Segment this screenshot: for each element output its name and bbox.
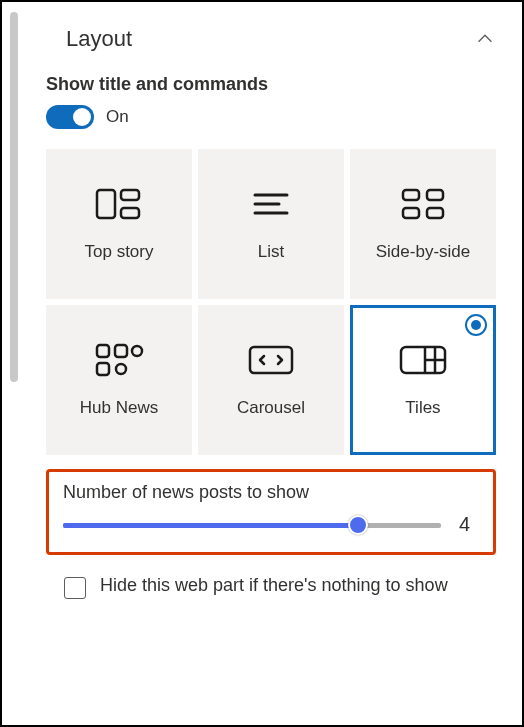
- layout-option-side-by-side[interactable]: Side-by-side: [350, 149, 496, 299]
- svg-rect-6: [403, 190, 419, 200]
- layout-option-list[interactable]: List: [198, 149, 344, 299]
- hub-news-icon: [91, 342, 147, 378]
- carousel-icon: [243, 342, 299, 378]
- layout-label: Side-by-side: [376, 242, 471, 262]
- hide-empty-checkbox[interactable]: [64, 577, 86, 599]
- layout-label: List: [258, 242, 284, 262]
- chevron-up-icon: [474, 28, 496, 50]
- show-title-toggle[interactable]: [46, 105, 94, 129]
- layout-panel: Layout Show title and commands On Top st…: [30, 6, 512, 615]
- svg-rect-13: [97, 363, 109, 375]
- svg-rect-8: [403, 208, 419, 218]
- layout-label: Top story: [85, 242, 154, 262]
- svg-point-12: [132, 346, 142, 356]
- top-story-icon: [91, 186, 147, 222]
- toggle-heading: Show title and commands: [46, 74, 496, 95]
- svg-rect-2: [121, 208, 139, 218]
- hide-empty-row: Hide this web part if there's nothing to…: [46, 573, 496, 599]
- layout-option-carousel[interactable]: Carousel: [198, 305, 344, 455]
- slider-thumb[interactable]: [348, 515, 368, 535]
- slider-value: 4: [459, 513, 479, 536]
- layout-option-hub-news[interactable]: Hub News: [46, 305, 192, 455]
- toggle-state-label: On: [106, 107, 129, 127]
- layout-option-tiles[interactable]: Tiles: [350, 305, 496, 455]
- layout-label: Carousel: [237, 398, 305, 418]
- slider-label: Number of news posts to show: [63, 482, 479, 503]
- toggle-row: On: [46, 105, 496, 129]
- svg-point-14: [116, 364, 126, 374]
- section-title: Layout: [66, 26, 132, 52]
- toggle-knob: [73, 108, 91, 126]
- scrollbar-thumb[interactable]: [10, 12, 18, 382]
- svg-rect-10: [97, 345, 109, 357]
- side-by-side-icon: [395, 186, 451, 222]
- svg-rect-7: [427, 190, 443, 200]
- selected-radio-icon: [465, 314, 487, 336]
- svg-rect-1: [121, 190, 139, 200]
- svg-rect-9: [427, 208, 443, 218]
- posts-count-section: Number of news posts to show 4: [46, 469, 496, 555]
- svg-rect-0: [97, 190, 115, 218]
- slider-row: 4: [63, 513, 479, 536]
- layout-label: Tiles: [405, 398, 440, 418]
- slider-fill: [63, 523, 358, 528]
- svg-rect-11: [115, 345, 127, 357]
- hide-empty-label: Hide this web part if there's nothing to…: [100, 573, 448, 598]
- list-icon: [243, 186, 299, 222]
- tiles-icon: [395, 342, 451, 378]
- posts-count-slider[interactable]: [63, 515, 441, 535]
- svg-rect-15: [250, 347, 292, 373]
- layout-option-top-story[interactable]: Top story: [46, 149, 192, 299]
- section-header[interactable]: Layout: [46, 18, 496, 70]
- layout-label: Hub News: [80, 398, 158, 418]
- layout-grid: Top story List Side-by-si: [46, 149, 496, 455]
